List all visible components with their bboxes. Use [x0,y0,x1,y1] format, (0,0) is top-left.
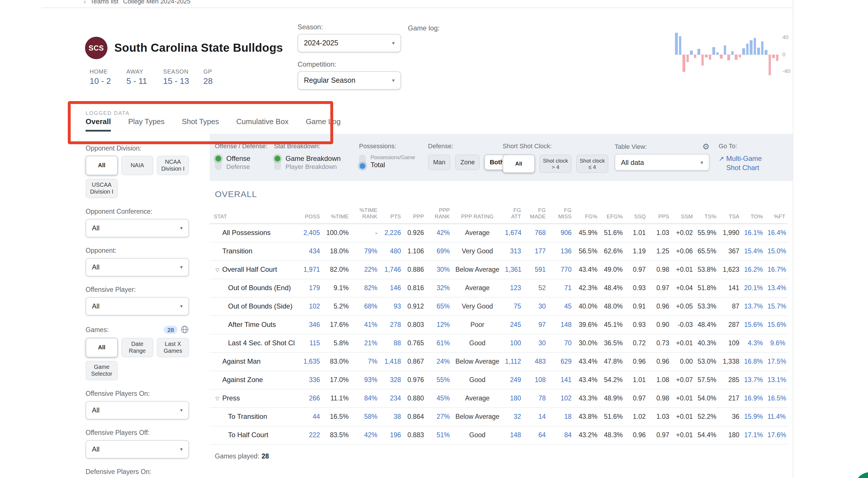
row-label[interactable]: ▽Overall Half Court [210,261,295,279]
table-row[interactable]: Against Man1,63583.0%7%1,4180.86724%Belo… [210,353,787,371]
game-log-bar[interactable] [694,32,696,77]
row-label[interactable]: To Transition [210,408,295,426]
globe-icon[interactable] [180,325,189,334]
row-label[interactable]: Out of Bounds (End) [210,279,295,297]
cell-time-rank[interactable]: 7% [351,353,380,371]
cell-fg-att[interactable]: 75 [503,297,523,316]
col-fg[interactable]: FG% [574,205,600,224]
game-log-bar[interactable] [739,32,741,77]
col-ppp-rank[interactable]: PPP RANK [426,205,452,224]
cell-to[interactable]: 15.9% [742,408,765,426]
cell-fg-miss[interactable]: 770 [548,261,574,279]
cell-ppp-rank[interactable]: 32% [426,279,452,297]
cell-pts[interactable]: 1,746 [380,261,403,279]
cell-to[interactable]: 16.2% [742,261,765,279]
game-log-bar[interactable] [720,32,722,77]
game-log-bar[interactable] [690,32,692,77]
cell-fg-made[interactable]: 30 [523,297,548,316]
row-label[interactable]: Transition [210,242,295,261]
tab-play-types[interactable]: Play Types [128,117,164,131]
games-date-range[interactable]: Date Range [121,338,153,357]
cell-fg-miss[interactable]: 84 [548,426,574,444]
division-naia[interactable]: NAIA [121,156,153,175]
cell-fg-made[interactable]: 591 [523,261,548,279]
cell-fg-miss[interactable]: 102 [548,389,574,408]
cell-poss[interactable]: 336 [295,371,322,389]
cell-fg-att[interactable]: 249 [503,371,523,389]
game-log-bar[interactable] [742,32,745,77]
col-ppp-rating[interactable]: PPP RATING [452,205,503,224]
cell-pts[interactable]: 93 [380,297,403,316]
cell-fg-made[interactable]: 14 [523,408,548,426]
stat-breakdown-toggle[interactable] [274,155,281,170]
col-ts[interactable]: TS% [695,205,719,224]
cell-fg-att[interactable]: 1,361 [503,261,523,279]
opponent-conference-select[interactable]: All ▾ [86,219,189,237]
cell-to[interactable]: 13.7% [742,297,765,316]
cell-ft[interactable]: 16.5% [765,389,787,408]
cell-ppp-rank[interactable]: 30% [426,261,452,279]
cell-time-rank[interactable]: 84% [351,389,380,408]
tab-game-log[interactable]: Game Log [306,117,341,131]
row-label[interactable]: ▽Press [210,389,295,408]
game-log-bar[interactable] [675,32,678,77]
cell-fg-att[interactable]: 123 [503,279,523,297]
cell-to[interactable]: 16.8% [742,353,765,371]
col-efg[interactable]: EFG% [600,205,625,224]
col-ft[interactable]: %FT [765,205,787,224]
cell-fg-att[interactable]: 1,674 [503,224,523,242]
cell-ft[interactable]: 16.4% [765,224,787,242]
cell-ft[interactable]: 13.1% [765,371,787,389]
row-label[interactable]: Against Zone [210,371,295,389]
possessions-toggle[interactable] [359,154,366,170]
game-log-bar[interactable] [776,32,778,77]
cell-fg-miss[interactable]: 906 [548,224,574,242]
cell-time-rank[interactable]: 58% [351,408,380,426]
cell-fg-made[interactable]: 30 [523,334,548,353]
offensive-players-on-select[interactable]: All ▾ [86,401,189,419]
favorite-star-icon[interactable]: ☆ [272,43,281,55]
game-log-bar[interactable] [679,32,681,77]
cell-fg-made[interactable]: 768 [523,224,548,242]
table-row[interactable]: All Possessions2,405100.0%-2,2260.92642%… [210,224,787,242]
cell-to[interactable]: 15.4% [742,242,765,261]
cell-ppp-rank[interactable]: 61% [426,334,452,353]
defense-option[interactable]: Defense [226,163,250,171]
game-log-bar[interactable] [757,32,760,77]
cell-ppp-rank[interactable]: 27% [426,408,452,426]
cell-time-rank[interactable]: 93% [351,371,380,389]
row-label[interactable]: Against Man [210,353,295,371]
row-label[interactable]: All Possessions [210,224,295,242]
col-fg-made[interactable]: FG MADE [523,205,548,224]
cell-ft[interactable]: 15.0% [765,242,787,261]
cell-pts[interactable]: 88 [380,334,403,353]
cell-ft[interactable]: 11.4% [765,408,787,426]
game-log-bar[interactable] [727,32,730,77]
game-log-bar[interactable] [723,32,726,77]
game-log-bar[interactable] [731,32,734,77]
cell-fg-att[interactable]: 100 [503,334,523,353]
row-label[interactable]: Out of Bounds (Side) [210,297,295,316]
cell-poss[interactable]: 115 [295,334,322,353]
record-value[interactable]: 15 - 13 [163,77,204,86]
cell-time-rank[interactable]: 82% [351,279,380,297]
game-log-bar[interactable] [686,32,689,77]
cell-time-rank[interactable]: 21% [351,334,380,353]
cell-time-rank[interactable]: - [351,224,380,242]
division-ncaa-division-i[interactable]: NCAA Division I [157,156,189,175]
game-log-bar[interactable] [768,32,771,77]
cell-ft[interactable]: 17.5% [765,353,787,371]
table-row[interactable]: Last 4 Sec. of Shot Clock1155.8%21%880.7… [210,334,787,353]
cell-ppp-rank[interactable]: 51% [426,426,452,444]
cell-ppp-rank[interactable]: 42% [426,224,452,242]
table-row[interactable]: After Time Outs34617.6%41%2780.80312%Poo… [210,316,787,334]
record-value[interactable]: 5 - 11 [126,77,163,86]
cell-ppp-rank[interactable]: 55% [426,371,452,389]
cell-poss[interactable]: 1,635 [295,353,322,371]
breadcrumb-teams-list[interactable]: Teams list [91,0,119,5]
cell-to[interactable]: 16.9% [742,389,765,408]
cell-poss[interactable]: 102 [295,297,322,316]
opponent-select[interactable]: All ▾ [86,258,189,276]
cell-pts[interactable]: 234 [380,389,403,408]
cell-fg-att[interactable]: 313 [503,242,523,261]
